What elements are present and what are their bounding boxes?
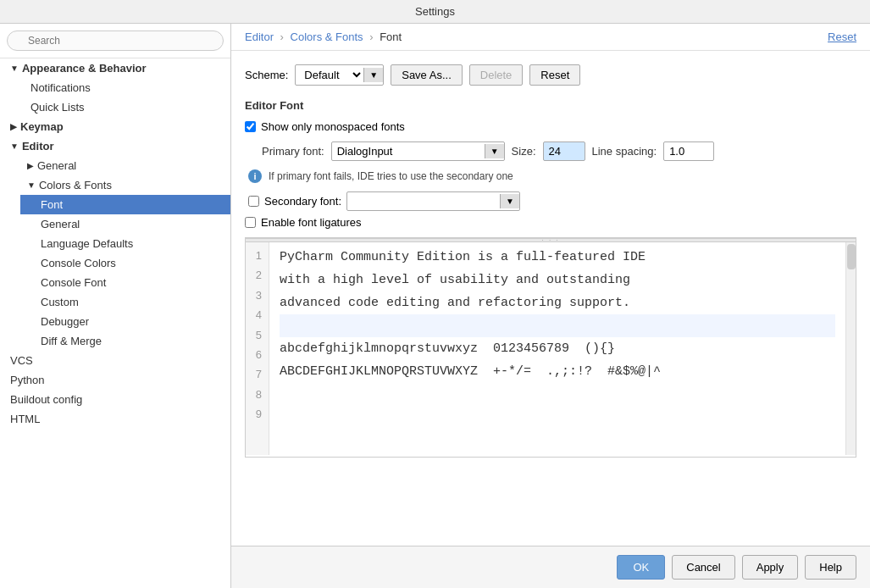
bottom-bar: OK Cancel Apply Help [231, 546, 870, 588]
show-monospaced-label[interactable]: Show only monospaced fonts [261, 120, 405, 133]
sidebar-item-html[interactable]: HTML [0, 409, 230, 429]
enable-ligatures-label[interactable]: Enable font ligatures [261, 216, 362, 229]
reset-link[interactable]: Reset [828, 31, 856, 43]
primary-font-dropdown-button[interactable]: ▼ [485, 144, 504, 158]
primary-font-input[interactable] [332, 142, 485, 160]
scheme-select-wrapper: Default ▼ [295, 64, 384, 86]
sidebar-item-font[interactable]: Font [20, 195, 230, 214]
sidebar-keymap-label: Keymap [20, 120, 64, 133]
expand-arrow-general-icon: ▶ [27, 161, 34, 170]
enable-ligatures-checkbox[interactable] [245, 217, 256, 228]
secondary-font-row: Secondary font: ▼ [245, 191, 856, 211]
content-area: Editor › Colors & Fonts › Font Reset Sch… [231, 24, 870, 588]
sidebar-item-general[interactable]: ▶ General [10, 156, 230, 175]
ok-button[interactable]: OK [617, 555, 665, 580]
cancel-button[interactable]: Cancel [672, 555, 734, 580]
scheme-dropdown-button[interactable]: ▼ [363, 68, 383, 82]
line-number: 6 [252, 345, 262, 364]
preview-line [280, 383, 835, 406]
editor-children: ▶ General ▼ Colors & Fonts Font General [0, 156, 230, 351]
size-label: Size: [512, 145, 536, 158]
sidebar-item-debugger[interactable]: Debugger [10, 312, 230, 331]
sidebar-item-custom[interactable]: Custom [20, 292, 230, 312]
collapse-arrow-icon-editor: ▼ [10, 141, 19, 151]
preview-line: advanced code editing and refactoring su… [280, 291, 835, 314]
size-input[interactable] [543, 141, 585, 161]
scheme-select[interactable]: Default [296, 65, 363, 85]
secondary-font-input[interactable] [347, 192, 500, 210]
sidebar-item-quick-lists[interactable]: Quick Lists [10, 97, 230, 117]
apply-button[interactable]: Apply [742, 555, 799, 580]
preview-line: with a high level of usability and outst… [280, 269, 835, 291]
reset-button[interactable]: Reset [529, 64, 580, 86]
delete-button[interactable]: Delete [469, 64, 524, 86]
sidebar-item-keymap[interactable]: ▶ Keymap [0, 117, 230, 136]
preview-lines: PyCharm Community Edition is a full-feat… [269, 242, 845, 455]
search-box: 🔍 [0, 24, 230, 58]
sidebar-item-colors-fonts[interactable]: ▼ Colors & Fonts [10, 175, 230, 195]
line-numbers: 123456789 [246, 242, 269, 455]
preview-content-wrapper: 123456789 PyCharm Community Edition is a… [246, 242, 856, 455]
line-number: 7 [252, 364, 262, 384]
primary-font-label: Primary font: [262, 145, 324, 158]
sidebar-item-general-cf[interactable]: General [20, 214, 230, 234]
app-title: Settings [415, 5, 455, 18]
collapse-arrow-colors-icon: ▼ [27, 180, 36, 190]
collapse-arrow-icon: ▼ [10, 64, 19, 73]
breadcrumb-sep-2: › [369, 31, 373, 43]
search-input[interactable] [7, 31, 224, 51]
scrollbar-thumb[interactable] [847, 244, 856, 269]
sidebar-item-vcs[interactable]: VCS [0, 351, 230, 370]
sidebar: 🔍 ▼ Appearance & Behavior Notifications … [0, 24, 231, 588]
sidebar-item-appearance-behavior[interactable]: ▼ Appearance & Behavior [0, 58, 230, 78]
editor-font-section-title: Editor Font [245, 99, 856, 112]
line-number: 3 [252, 286, 262, 305]
sidebar-item-console-font[interactable]: Console Font [20, 273, 230, 292]
info-text: If primary font fails, IDE tries to use … [269, 170, 513, 182]
secondary-font-label[interactable]: Secondary font: [264, 195, 341, 208]
secondary-font-select-wrapper: ▼ [346, 191, 520, 211]
show-monospaced-checkbox[interactable] [245, 121, 256, 132]
preview-area: · · · 123456789 PyCharm Community Editio… [245, 237, 856, 458]
sidebar-item-diff-merge[interactable]: Diff & Merge [10, 331, 230, 351]
breadcrumb-bar: Editor › Colors & Fonts › Font Reset [231, 24, 870, 51]
sidebar-item-buildout-config[interactable]: Buildout config [0, 390, 230, 409]
sidebar-item-python[interactable]: Python [0, 370, 230, 390]
info-icon: i [248, 169, 262, 183]
sidebar-item-language-defaults[interactable]: Language Defaults [20, 234, 230, 253]
scheme-label: Scheme: [245, 69, 288, 81]
preview-line: ABCDEFGHIJKLMNOPQRSTUVWXYZ +-*/= .,;:!? … [280, 360, 835, 383]
appearance-behavior-children: Notifications Quick Lists [0, 78, 230, 117]
line-number: 5 [252, 325, 262, 345]
line-spacing-label: Line spacing: [592, 145, 657, 158]
preview-line: PyCharm Community Edition is a full-feat… [280, 246, 835, 269]
scheme-row: Scheme: Default ▼ Save As... Delete Rese… [245, 64, 856, 86]
settings-panel: Scheme: Default ▼ Save As... Delete Rese… [231, 51, 870, 546]
line-number: 2 [252, 265, 262, 285]
sidebar-item-console-colors[interactable]: Console Colors [20, 253, 230, 273]
preview-line [280, 429, 835, 452]
secondary-font-dropdown-button[interactable]: ▼ [500, 194, 519, 208]
sidebar-item-editor[interactable]: ▼ Editor [0, 136, 230, 156]
line-number: 4 [252, 305, 262, 325]
help-button[interactable]: Help [805, 555, 856, 580]
breadcrumb-sep-1: › [280, 31, 284, 43]
enable-ligatures-row: Enable font ligatures [245, 216, 856, 229]
line-number: 9 [252, 404, 262, 424]
sidebar-item-notifications[interactable]: Notifications [10, 78, 230, 97]
preview-line: abcdefghijklmnopqrstuvwxyz 0123456789 ()… [280, 337, 835, 360]
save-as-button[interactable]: Save As... [391, 64, 463, 86]
title-bar: Settings [0, 0, 870, 24]
sidebar-tree: ▼ Appearance & Behavior Notifications Qu… [0, 58, 230, 588]
info-row: i If primary font fails, IDE tries to us… [245, 169, 856, 183]
line-spacing-input[interactable] [663, 141, 714, 161]
breadcrumb-font: Font [380, 31, 402, 43]
preview-scrollbar[interactable] [845, 242, 856, 455]
line-number: 1 [252, 246, 262, 265]
expand-arrow-icon: ▶ [10, 122, 17, 131]
breadcrumb-colors-fonts[interactable]: Colors & Fonts [291, 31, 363, 43]
secondary-font-checkbox[interactable] [248, 196, 259, 207]
sidebar-section-label: Appearance & Behavior [22, 62, 147, 75]
preview-line [280, 314, 835, 337]
breadcrumb-editor[interactable]: Editor [245, 31, 274, 43]
